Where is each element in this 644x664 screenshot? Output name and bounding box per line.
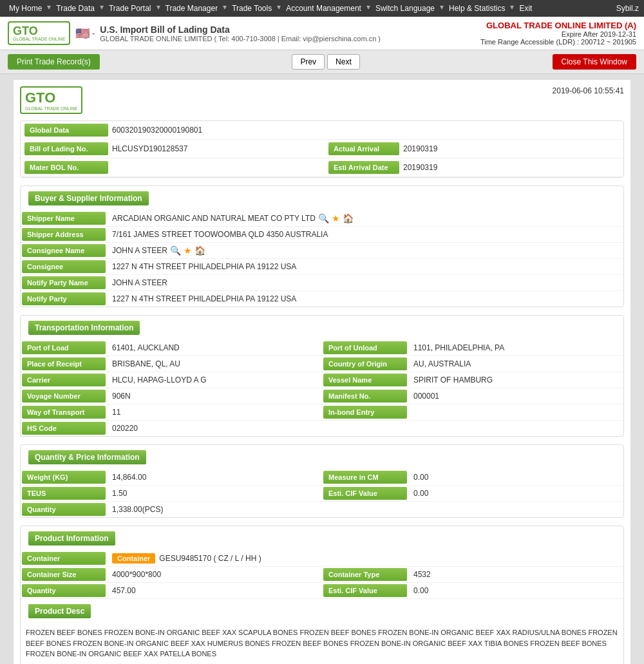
notify-party-row: Notify Party 1227 N 4TH STREET PHILADELP… [21, 291, 623, 307]
product-desc-bar: Product Desc [21, 599, 623, 623]
actual-arrival-label: Actual Arrival [328, 142, 399, 155]
esti-arrival-value: 20190319 [403, 163, 620, 172]
consignee-home-icon[interactable]: 🏠 [194, 245, 205, 256]
in-bond-entry-value [408, 404, 623, 420]
consignee-icons: 🔍 ★ 🏠 [170, 245, 205, 256]
consignee-row: Consignee 1227 N 4TH STREET PHILADELPHIA… [21, 259, 623, 275]
container-size-row: Container Size 4000*900*800 Container Ty… [21, 567, 623, 583]
product-quantity-value: 457.00 [107, 583, 322, 598]
shipper-name-value: ARCADIAN ORGANIC AND NATURAL MEAT CO PTY… [107, 211, 623, 226]
container-badge: Container [112, 553, 155, 564]
shipper-address-value: 7/161 JAMES STREET TOOWOOMBA QLD 4350 AU… [107, 227, 623, 242]
weight-row: Weight (KG) 14,864.00 Measure in CM 0.00 [21, 470, 623, 486]
consignee-name-text: JOHN A STEER [112, 246, 167, 255]
product-quantity-row: Quantity 457.00 Esti. CIF Value 0.00 [21, 583, 623, 599]
quantity-label: Quantity [22, 503, 106, 516]
consignee-name-label: Consignee Name [22, 244, 106, 257]
vessel-name-value: SPIRIT OF HAMBURG [408, 372, 623, 388]
product-info-title-bar: Product Information [21, 526, 623, 551]
flag-separator: - [92, 29, 95, 38]
shipper-address-label: Shipper Address [22, 228, 106, 241]
consignee-search-icon[interactable]: 🔍 [170, 245, 181, 256]
actual-arrival-value: 20190319 [403, 144, 620, 153]
consignee-name-row: Consignee Name JOHN A STEER 🔍 ★ 🏠 [21, 243, 623, 259]
place-of-receipt-label: Place of Receipt [22, 357, 106, 370]
container-row: Container Container GESU9485170 ( CZ / L… [21, 551, 623, 567]
global-data-label: Global Data [24, 124, 108, 137]
record-logo-sub: GLOBAL TRADE ONLINE [25, 106, 77, 111]
hs-code-label: HS Code [22, 422, 106, 435]
top-navigation: My Home ▾ Trade Data ▾ Trade Portal ▾ Tr… [0, 0, 644, 17]
quantity-price-title: Quantity & Price Information [28, 450, 146, 464]
shipper-search-icon[interactable]: 🔍 [318, 213, 329, 223]
bill-of-lading-value: HLCUSYD190128537 [112, 144, 328, 153]
shipper-star-icon[interactable]: ★ [332, 213, 340, 223]
notify-party-label: Notify Party [22, 292, 106, 305]
close-button-top[interactable]: Close This Window [553, 54, 636, 70]
notify-party-name-value: JOHN A STEER [107, 275, 623, 290]
port-of-unload-label: Port of Unload [323, 341, 407, 354]
prev-button-top[interactable]: Prev [292, 54, 325, 70]
way-of-transport-value: 11 [107, 404, 322, 420]
weight-value: 14,864.00 [107, 470, 322, 485]
consignee-name-value: JOHN A STEER 🔍 ★ 🏠 [107, 243, 623, 258]
flag-selector[interactable]: 🇺🇸 - [75, 26, 95, 41]
way-of-transport-row: Way of Transport 11 In-bond Entry [21, 404, 623, 421]
product-info-section: Product Information Container Container … [20, 526, 624, 664]
port-of-load-label: Port of Load [22, 341, 106, 354]
hs-code-value: 020220 [107, 421, 370, 436]
shipper-address-row: Shipper Address 7/161 JAMES STREET TOOWO… [21, 227, 623, 243]
nav-trade-manager[interactable]: Trade Manager [162, 3, 222, 14]
logo: GTO GLOBAL TRADE ONLINE [8, 21, 70, 45]
teus-value: 1.50 [107, 486, 322, 501]
time-range-info: Time Range Accessible (LDR) : 200712 ~ 2… [480, 38, 636, 46]
notify-party-value: 1227 N 4TH STREET PHILADELPHIA PA 19122 … [107, 291, 623, 307]
header-bar: GTO GLOBAL TRADE ONLINE 🇺🇸 - U.S. Import… [0, 17, 644, 50]
header-right: GLOBAL TRADE ONLINE LIMITED (A) Expire A… [480, 21, 636, 46]
nav-trade-portal[interactable]: Trade Portal [105, 3, 155, 14]
in-bond-entry-label: In-bond Entry [323, 406, 407, 419]
nav-trade-data[interactable]: Trade Data [52, 3, 99, 14]
consignee-star-icon[interactable]: ★ [184, 245, 192, 256]
record-timestamp: 2019-06-06 10:55:41 [553, 86, 624, 95]
container-size-label: Container Size [22, 568, 106, 581]
buyer-supplier-section: Buyer & Supplier Information Shipper Nam… [20, 185, 624, 307]
country-of-origin-value: AU, AUSTRALIA [408, 356, 623, 372]
print-button-top[interactable]: Print Trade Record(s) [8, 54, 100, 70]
global-data-section: Global Data 600320190320000190801 Bill o… [20, 120, 624, 178]
container-label: Container [22, 552, 106, 565]
next-button-top[interactable]: Next [327, 54, 360, 70]
teus-label: TEUS [22, 487, 106, 500]
carrier-row: Carrier HLCU, HAPAG-LLOYD A G Vessel Nam… [21, 372, 623, 388]
nav-help-statistics[interactable]: Help & Statistics [445, 3, 509, 14]
nav-menu: My Home ▾ Trade Data ▾ Trade Portal ▾ Tr… [5, 3, 536, 14]
record-logo: GTO GLOBAL TRADE ONLINE [20, 86, 82, 114]
navigation-buttons: Prev Next [292, 54, 359, 70]
mater-bol-label: Mater BOL No. [24, 161, 108, 174]
transportation-title: Transportation Information [28, 321, 140, 335]
esti-arrival-label: Esti Arrival Date [328, 161, 399, 174]
quantity-price-section: Quantity & Price Information Weight (KG)… [20, 444, 624, 518]
global-data-row: Global Data 600320190320000190801 [21, 121, 623, 140]
nav-account-management[interactable]: Account Management [282, 3, 365, 14]
bill-of-lading-label: Bill of Lading No. [24, 142, 108, 155]
notify-party-name-row: Notify Party Name JOHN A STEER [21, 275, 623, 291]
nav-trade-tools[interactable]: Trade Tools [228, 3, 276, 14]
quantity-price-title-bar: Quantity & Price Information [21, 445, 623, 470]
port-of-unload-value: 1101, PHILADELPHIA, PA [408, 340, 623, 356]
main-content: GTO GLOBAL TRADE ONLINE 2019-06-06 10:55… [13, 79, 631, 664]
manifest-no-label: Manifest No. [323, 390, 407, 403]
measure-in-cm-label: Measure in CM [323, 471, 407, 484]
product-desc-label: Product Desc [28, 604, 91, 618]
hs-code-row: HS Code 020220 [21, 421, 623, 436]
shipper-home-icon[interactable]: 🏠 [343, 213, 354, 223]
nav-exit[interactable]: Exit [515, 3, 536, 14]
shipper-name-row: Shipper Name ARCADIAN ORGANIC AND NATURA… [21, 211, 623, 227]
record-header: GTO GLOBAL TRADE ONLINE 2019-06-06 10:55… [20, 86, 624, 114]
shipper-icons: 🔍 ★ 🏠 [318, 213, 354, 223]
place-of-receipt-row: Place of Receipt BRISBANE, QL, AU Countr… [21, 356, 623, 372]
header-title-block: U.S. Import Bill of Lading Data GLOBAL T… [100, 24, 381, 43]
nav-my-home[interactable]: My Home [5, 3, 46, 14]
weight-label: Weight (KG) [22, 471, 106, 484]
nav-switch-language[interactable]: Switch Language [372, 3, 439, 14]
